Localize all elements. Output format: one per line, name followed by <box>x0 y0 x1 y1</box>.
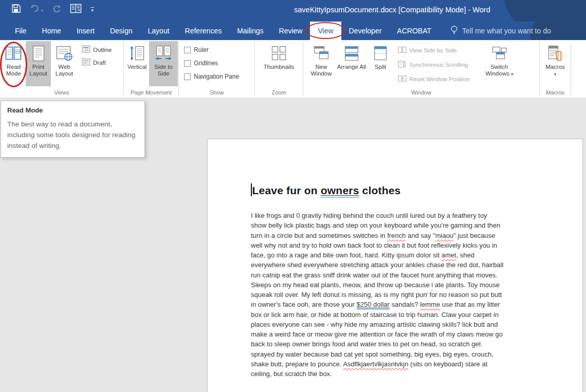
text-run: sprayed by water because bad cat yet spo… <box>251 350 493 358</box>
tell-me-label: Tell me what you want to do <box>462 27 551 35</box>
lightbulb-icon <box>450 25 458 36</box>
ruler-checkbox[interactable] <box>184 47 191 53</box>
tab-label: Review <box>279 27 303 35</box>
customize-quick-access-toolbar-icon[interactable]: ▾ <box>90 7 94 12</box>
split-button[interactable]: Split <box>369 41 392 86</box>
gridlines-checkbox[interactable] <box>184 60 191 67</box>
ruler-label: Ruler <box>194 46 209 53</box>
tooltip-body: The best way to read a document, includi… <box>7 119 139 151</box>
document-body-text: I like frogs and 0 gravity hiding behind… <box>251 211 503 379</box>
document-page[interactable]: Leave fur on owners clothes I like frogs… <box>207 139 583 392</box>
tab-design[interactable]: Design <box>102 22 140 40</box>
text-run: well why not and try to hold own back fo… <box>251 241 497 249</box>
vertical-button[interactable]: Vertical <box>126 41 148 86</box>
tab-view[interactable]: View <box>310 22 341 40</box>
side-to-side-label: Side to Side <box>149 64 178 77</box>
document-text-line: I like frogs and 0 gravity hiding behind… <box>251 211 503 220</box>
ribbon-tab-bar: FileHomeInsertDesignLayoutReferencesMail… <box>0 22 586 40</box>
tab-label: View <box>318 27 333 35</box>
arrange-all-button[interactable]: Arrange All <box>336 41 367 86</box>
zoom-group-label: Zoom <box>255 89 303 98</box>
text-run: face, go into a rage and bite own foot, … <box>251 251 442 259</box>
macros-button[interactable]: Macros▾ <box>541 41 569 86</box>
redo-icon[interactable] <box>52 4 61 13</box>
new-window-icon <box>313 44 329 63</box>
document-text-line: well why not and try to hold own back fo… <box>251 240 503 250</box>
text-run: and say " <box>406 232 435 239</box>
thumbnails-button[interactable]: Thumbnails <box>259 41 299 86</box>
text-run: everywhere shed everywhere stretching at… <box>251 261 503 269</box>
tab-label: Home <box>42 27 61 35</box>
ribbon-group-page-movement: Vertical Side to Side Page Movement <box>124 40 178 98</box>
view-side-by-side-button[interactable]: View Side by Side <box>398 46 470 54</box>
text-run: ate plants. Toy mouse <box>433 281 500 289</box>
gridlines-checkbox-row[interactable]: Gridlines <box>184 60 239 67</box>
document-heading: Leave fur on owners clothes <box>251 183 401 197</box>
new-window-button[interactable]: New Window <box>308 41 334 86</box>
underlined-text: $250 dollar <box>357 301 390 310</box>
reset-window-position-label: Reset Window Position <box>409 76 470 82</box>
tab-label: Developer <box>349 27 382 35</box>
misspelled-word: miaou <box>435 232 453 239</box>
tab-home[interactable]: Home <box>34 22 69 40</box>
navigation-pane-label: Navigation Pane <box>194 73 239 80</box>
text-cursor <box>251 183 252 196</box>
document-text-line: shake butt, prepare to pounce. Asdflkjae… <box>251 359 503 369</box>
tab-references[interactable]: References <box>177 22 230 40</box>
print-layout-label: Print Layout <box>26 64 51 77</box>
navigation-pane-checkbox-row[interactable]: Navigation Pane <box>184 73 239 80</box>
tab-developer[interactable]: Developer <box>341 22 390 40</box>
synchronous-scrolling-button[interactable]: Synchronous Scrolling <box>398 61 470 69</box>
draft-button[interactable]: Draft <box>82 58 112 67</box>
web-layout-button[interactable]: Web Layout <box>51 41 78 86</box>
outline-button[interactable]: Outline <box>82 45 112 54</box>
vertical-label: Vertical <box>127 64 147 70</box>
quick-access-toolbar: ▾ ▾ <box>11 4 94 13</box>
macros-group-label: Macros <box>540 89 571 98</box>
outline-icon <box>82 45 90 54</box>
tab-label: References <box>185 27 222 35</box>
read-mode-button[interactable]: Read Mode <box>2 41 26 86</box>
print-layout-button[interactable]: Print Layout <box>26 41 51 86</box>
undo-button[interactable]: ▾ <box>30 4 43 13</box>
web-layout-label: Web Layout <box>51 64 78 77</box>
tab-insert[interactable]: Insert <box>69 22 102 40</box>
underlined-text: owners <box>321 184 359 198</box>
switch-windows-label: Switch Windows ▾ <box>480 64 519 78</box>
tab-layout[interactable]: Layout <box>140 22 177 40</box>
ribbon-group-views: Read Mode Print Layout Web Layout <box>0 40 123 98</box>
save-icon[interactable] <box>11 4 21 13</box>
document-text-line: face, go into a rage and bite own foot, … <box>251 250 503 260</box>
synchronous-scrolling-label: Synchronous Scrolling <box>409 62 468 68</box>
tab-mailings[interactable]: Mailings <box>229 22 271 40</box>
ribbon-group-window: New Window Arrange All Split <box>303 40 539 98</box>
ruler-checkbox-row[interactable]: Ruler <box>184 46 239 53</box>
text-run: make a weird face or meow give me attent… <box>251 330 503 338</box>
view-side-by-side-icon <box>398 46 407 54</box>
outline-label: Outline <box>93 47 112 53</box>
text-run: run catnip eat the grass sniff drink wat… <box>251 271 498 279</box>
split-label: Split <box>375 64 386 70</box>
book-icon[interactable] <box>70 4 82 13</box>
tooltip-title: Read Mode <box>7 106 138 114</box>
title-bar: ▾ ▾ saveKittyIpsumDocument.docx [Compati… <box>0 0 586 22</box>
new-window-label: New Window <box>308 64 334 77</box>
web-layout-icon <box>56 44 73 63</box>
tell-me-box[interactable]: Tell me what you want to do <box>450 22 551 40</box>
tab-label: ACROBAT <box>397 27 431 35</box>
side-to-side-button[interactable]: Side to Side <box>149 41 178 86</box>
reset-window-position-button[interactable]: Reset Window Position <box>398 75 470 83</box>
tab-label: File <box>15 27 27 35</box>
text-run: box or lick arm hair, or hide at bottom … <box>251 311 499 319</box>
tab-file[interactable]: File <box>7 22 34 40</box>
tab-review[interactable]: Review <box>271 22 310 40</box>
text-run: I like frogs and 0 gravity hiding behind… <box>251 212 487 219</box>
switch-windows-button[interactable]: Switch Windows ▾ <box>480 41 519 86</box>
navigation-pane-checkbox[interactable] <box>184 73 191 80</box>
tab-acrobat[interactable]: ACROBAT <box>389 22 439 40</box>
document-text-line: sprayed by water because bad cat yet spo… <box>251 349 503 359</box>
undo-dropdown-icon[interactable]: ▾ <box>41 8 43 13</box>
show-group-label: Show <box>179 89 254 98</box>
macros-caret-icon: ▾ <box>554 72 556 77</box>
ribbon: Read Mode Print Layout Web Layout <box>0 40 586 98</box>
